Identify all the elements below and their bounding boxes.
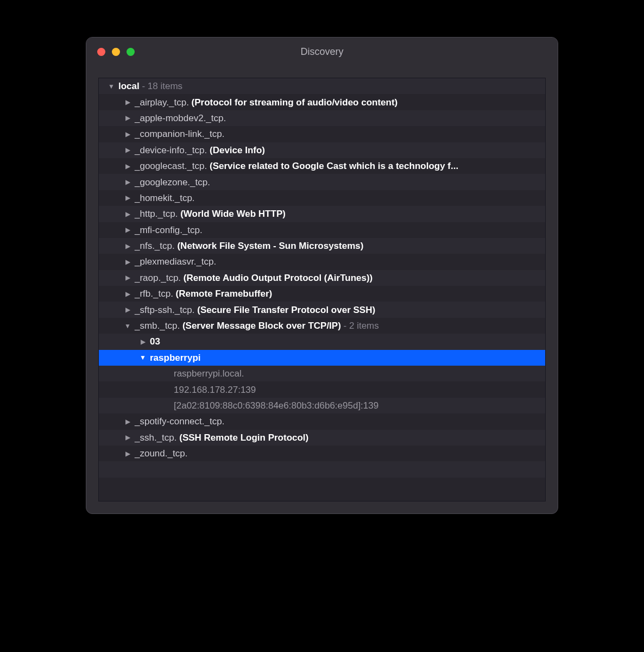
service-name: _raop._tcp.: [135, 273, 181, 283]
detail-hostname[interactable]: ▶ raspberrypi.local.: [99, 366, 545, 381]
service-name: _nfs._tcp.: [135, 241, 175, 250]
service-device-info[interactable]: ▶ _device-info._tcp. (Device Info): [99, 142, 545, 158]
service-smb[interactable]: ▼ _smb._tcp. (Server Message Block over …: [99, 318, 545, 334]
service-googlezone[interactable]: ▶ _googlezone._tcp.: [99, 174, 545, 190]
service-homekit[interactable]: ▶ _homekit._tcp.: [99, 190, 545, 206]
window-title: Discovery: [86, 46, 558, 58]
chevron-right-icon[interactable]: ▶: [124, 115, 131, 121]
service-spotify-connect[interactable]: ▶ _spotify-connect._tcp.: [99, 413, 545, 429]
service-desc: (Service related to Google Cast which is…: [210, 161, 458, 171]
service-apple-mobdev2[interactable]: ▶ _apple-mobdev2._tcp.: [99, 110, 545, 126]
chevron-right-icon[interactable]: ▶: [124, 147, 131, 153]
child-name: 03: [150, 337, 160, 346]
service-ssh[interactable]: ▶ _ssh._tcp. (SSH Remote Login Protocol): [99, 430, 545, 446]
detail-text: [2a02:8109:88c0:6398:84e6:80b3:d6b6:e95d…: [174, 401, 378, 410]
service-airplay[interactable]: ▶ _airplay._tcp. (Protocol for streaming…: [99, 94, 545, 110]
service-http[interactable]: ▶ _http._tcp. (World Wide Web HTTP): [99, 206, 545, 222]
chevron-right-icon[interactable]: ▶: [124, 99, 131, 105]
detail-ipv6[interactable]: ▶ [2a02:8109:88c0:6398:84e6:80b3:d6b6:e9…: [99, 398, 545, 413]
service-name: _apple-mobdev2._tcp.: [135, 114, 226, 123]
service-desc: (Network File System - Sun Microsystems): [177, 241, 363, 250]
service-name: _ssh._tcp.: [135, 433, 177, 442]
service-desc: (Remote Framebuffer): [176, 289, 273, 298]
service-desc: (Remote Audio Output Protocol (AirTunes)…: [184, 273, 372, 283]
service-zound[interactable]: ▶ _zound._tcp.: [99, 446, 545, 461]
service-desc: (Device Info): [210, 146, 265, 155]
detail-text: 192.168.178.27:139: [174, 385, 256, 394]
service-desc: (Server Message Block over TCP/IP): [182, 321, 341, 330]
service-count: - 2 items: [341, 321, 379, 330]
chevron-down-icon[interactable]: ▼: [124, 323, 131, 329]
chevron-right-icon[interactable]: ▶: [124, 163, 131, 170]
service-name: _mfi-config._tcp.: [135, 225, 203, 235]
service-desc: (Secure File Transfer Protocol over SSH): [197, 305, 375, 315]
chevron-right-icon[interactable]: ▶: [124, 195, 131, 201]
service-name: _http._tcp.: [135, 209, 178, 218]
service-name: _googlecast._tcp.: [135, 161, 207, 171]
service-name: _smb._tcp.: [135, 321, 180, 330]
detail-ipv4[interactable]: ▶ 192.168.178.27:139: [99, 381, 545, 397]
service-name: _device-info._tcp.: [135, 146, 207, 155]
content-area: ▼ local - 18 items ▶ _airplay._tcp. (Pro…: [86, 66, 558, 513]
service-name: _zound._tcp.: [135, 449, 187, 458]
service-name: _companion-link._tcp.: [135, 129, 224, 139]
service-name: _plexmediasvr._tcp.: [135, 257, 216, 266]
empty-row: [99, 461, 545, 477]
service-desc: (Protocol for streaming of audio/video c…: [192, 98, 398, 107]
chevron-right-icon[interactable]: ▶: [124, 179, 131, 185]
detail-text: raspberrypi.local.: [174, 369, 244, 378]
service-googlecast[interactable]: ▶ _googlecast._tcp. (Service related to …: [99, 158, 545, 174]
titlebar[interactable]: Discovery: [86, 37, 558, 66]
service-sftp-ssh[interactable]: ▶ _sftp-ssh._tcp. (Secure File Transfer …: [99, 302, 545, 317]
zoom-icon[interactable]: [127, 48, 135, 56]
root-count: - 18 items: [140, 82, 182, 91]
chevron-right-icon[interactable]: ▶: [124, 418, 131, 425]
smb-child-03[interactable]: ▶ 03: [99, 334, 545, 349]
service-name: _spotify-connect._tcp.: [135, 417, 224, 426]
chevron-right-icon[interactable]: ▶: [124, 274, 131, 281]
service-name: _rfb._tcp.: [135, 289, 173, 298]
root-name: local: [118, 82, 140, 91]
minimize-icon[interactable]: [112, 48, 120, 56]
close-icon[interactable]: [97, 48, 105, 56]
service-rfb[interactable]: ▶ _rfb._tcp. (Remote Framebuffer): [99, 286, 545, 302]
chevron-right-icon[interactable]: ▶: [124, 259, 131, 265]
service-plexmediasvr[interactable]: ▶ _plexmediasvr._tcp.: [99, 254, 545, 269]
chevron-down-icon[interactable]: ▼: [139, 354, 147, 361]
chevron-right-icon[interactable]: ▶: [124, 434, 131, 441]
empty-row: [99, 478, 545, 493]
service-name: _sftp-ssh._tcp.: [135, 305, 195, 315]
service-companion-link[interactable]: ▶ _companion-link._tcp.: [99, 126, 545, 142]
chevron-right-icon[interactable]: ▶: [139, 338, 147, 345]
service-mfi-config[interactable]: ▶ _mfi-config._tcp.: [99, 222, 545, 238]
chevron-right-icon[interactable]: ▶: [124, 306, 131, 313]
service-tree[interactable]: ▼ local - 18 items ▶ _airplay._tcp. (Pro…: [98, 78, 546, 501]
service-nfs[interactable]: ▶ _nfs._tcp. (Network File System - Sun …: [99, 238, 545, 254]
child-name: raspberrypi: [150, 353, 201, 362]
traffic-lights: [86, 48, 135, 56]
chevron-right-icon[interactable]: ▶: [124, 211, 131, 217]
smb-child-raspberrypi[interactable]: ▼ raspberrypi: [99, 350, 545, 366]
service-name: _airplay._tcp.: [135, 98, 189, 107]
service-desc: (SSH Remote Login Protocol): [179, 433, 308, 442]
chevron-down-icon[interactable]: ▼: [108, 83, 115, 90]
chevron-right-icon[interactable]: ▶: [124, 243, 131, 249]
app-window: Discovery ▼ local - 18 items ▶ _airplay.…: [86, 37, 558, 514]
service-name: _googlezone._tcp.: [135, 178, 210, 187]
chevron-right-icon[interactable]: ▶: [124, 450, 131, 457]
chevron-right-icon[interactable]: ▶: [124, 291, 131, 297]
service-raop[interactable]: ▶ _raop._tcp. (Remote Audio Output Proto…: [99, 270, 545, 286]
service-name: _homekit._tcp.: [135, 193, 195, 203]
chevron-right-icon[interactable]: ▶: [124, 131, 131, 137]
chevron-right-icon[interactable]: ▶: [124, 227, 131, 233]
tree-root-local[interactable]: ▼ local - 18 items: [99, 78, 545, 94]
service-desc: (World Wide Web HTTP): [180, 209, 286, 218]
